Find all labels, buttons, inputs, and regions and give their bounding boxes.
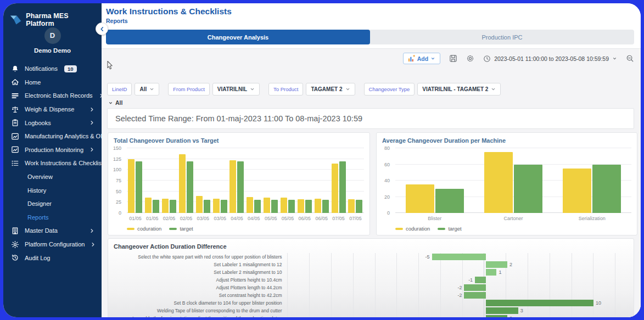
chevron-down <box>491 87 496 92</box>
y-axis: 020406080 <box>377 148 392 213</box>
home-icon <box>11 78 19 86</box>
legend-label: target <box>448 226 461 232</box>
bell-icon <box>11 65 19 73</box>
user-name: Demo Demo <box>3 47 102 54</box>
bar-group: 02/05 <box>179 148 193 213</box>
hbar-row: Adjust Plotters length to 44.2cm-2 <box>113 284 626 291</box>
bar-target <box>136 161 142 213</box>
bar-target <box>221 200 227 213</box>
hbar <box>464 292 485 299</box>
sidebar-item-work-instructions-checklists[interactable]: Work Instructions & Checklists <box>3 156 102 170</box>
save-button[interactable] <box>449 54 457 63</box>
sidebar-item-history[interactable]: History <box>3 183 102 197</box>
bar-coduration <box>563 169 591 213</box>
filter-changeover-type: Changeover TypeVIATRILNIL - TAGAMET 2 <box>364 83 501 96</box>
sidebar-subitem-label: History <box>27 187 46 194</box>
sidebar-item-reports[interactable]: Reports <box>3 211 102 224</box>
chevron-down <box>149 87 154 92</box>
bar-group: 06/05 <box>315 148 329 213</box>
sidebar-item-production-monitoring[interactable]: Production Monitoring <box>3 143 102 157</box>
chevron-down <box>345 87 350 92</box>
y-tick-label: 20 <box>384 194 390 200</box>
sidebar-item-platform-configuration[interactable]: Platform Configuration <box>3 238 102 251</box>
value-label: 2 <box>509 262 512 267</box>
filter-selected-value: VIATRILNIL - TAGAMET 2 <box>422 86 488 92</box>
zoom-out-button[interactable] <box>626 54 634 63</box>
bar-coduration <box>406 184 434 213</box>
hbar-track: -2 <box>287 284 626 291</box>
filters-collapse-toggle[interactable]: All <box>108 99 122 106</box>
legend-item-target[interactable]: target <box>169 226 193 232</box>
bar-coduration <box>332 164 338 213</box>
sidebar-item-notifications[interactable]: Notifications10 <box>3 62 102 76</box>
sidebar-item-home[interactable]: Home <box>3 76 102 89</box>
plot-area: 01/0501/0502/0502/0503/0503/0504/0504/05… <box>127 148 364 213</box>
action-label: Assemble the forming station, adjust the… <box>113 316 287 317</box>
avatar[interactable]: D <box>44 27 61 44</box>
filter-value-lineid[interactable]: All <box>135 83 159 96</box>
date-range-picker[interactable]: 2023-05-01 11:00:00 to 2023-05-08 10:59:… <box>483 55 617 63</box>
sidebar-item-manufacturing-analytics-oee[interactable]: Manufacturing Analytics & OEE <box>3 130 102 143</box>
tab-changeover-analysis[interactable]: Changeover Analysis <box>106 30 370 44</box>
sidebar-item-audit-log[interactable]: Audit Log <box>3 251 102 265</box>
add-button[interactable]: Add <box>403 53 440 64</box>
sidebar: Pharma MES Platform D Demo Demo Notifica… <box>3 3 102 317</box>
sidebar-item-electronic-batch-records[interactable]: Electronic Batch Records <box>3 89 102 103</box>
filter-value-from-product[interactable]: VIATRILNIL <box>212 83 260 96</box>
time-range-text: Selected Time Range: From 01-maj-2023 11… <box>108 114 362 123</box>
filter-value-to-product[interactable]: TAGAMET 2 <box>306 83 355 96</box>
sidebar-item-overview[interactable]: Overview <box>3 170 102 184</box>
value-label: 1 <box>499 270 501 275</box>
hbar <box>486 261 507 268</box>
sidebar-item-designer[interactable]: Designer <box>3 197 102 211</box>
y-tick-label: 125 <box>113 156 121 162</box>
hbar <box>486 315 507 317</box>
sidebar-item-label: Logbooks <box>25 120 51 126</box>
chevron-left-icon <box>99 26 105 32</box>
filter-label-changeover-type: Changeover Type <box>364 83 415 96</box>
chevron-down-icon <box>612 56 617 61</box>
legend-item-coduration[interactable]: coduration <box>395 226 430 232</box>
sidebar-item-weigh-dispense[interactable]: Weigh & Dispense <box>3 103 102 116</box>
bar-target <box>187 161 193 213</box>
chevron-down <box>250 87 255 92</box>
filter-value-changeover-type[interactable]: VIATRILNIL - TAGAMET 2 <box>417 83 501 96</box>
chevron-down-icon <box>108 100 113 105</box>
x-tick-label: 01/05 <box>129 216 142 221</box>
legend-item-target[interactable]: target <box>438 226 461 232</box>
bar-groups: 01/0501/0502/0502/0503/0503/0504/0504/05… <box>127 148 364 213</box>
value-label: -2 <box>457 285 462 290</box>
chart-title: Total Changeover Duration vs Target <box>108 133 369 144</box>
hbar-track: -1 <box>287 277 626 283</box>
bar-target <box>435 189 464 213</box>
action-label: Set B clock diameter to 104 for upper bl… <box>113 300 287 306</box>
bar-coduration <box>264 198 270 213</box>
x-tick-label: Cartoner <box>503 216 523 221</box>
chevron-down-icon <box>430 56 435 61</box>
value-label: 10 <box>596 300 601 306</box>
content: Work Instructions & Checklists Reports C… <box>102 3 641 317</box>
page-header: Work Instructions & Checklists Reports <box>106 7 232 24</box>
legend-item-coduration[interactable]: coduration <box>127 226 161 232</box>
x-tick-label: 03/05 <box>197 216 210 221</box>
tab-production-ipc[interactable]: Production IPC <box>370 30 634 44</box>
hbar <box>486 300 593 306</box>
y-axis: 0255075100125150 <box>108 148 124 213</box>
sidebar-collapse-button[interactable] <box>96 23 108 35</box>
bar-target <box>237 161 244 213</box>
chevron-right <box>89 147 95 153</box>
gear-icon <box>11 240 19 249</box>
y-tick-label: 60 <box>384 162 390 167</box>
sidebar-item-master-data[interactable]: Master Data <box>3 224 102 238</box>
x-tick-label: 02/05 <box>163 216 176 221</box>
bar-groups: BlisterCartonerSerialization <box>395 148 631 213</box>
settings-button[interactable] <box>466 54 474 63</box>
chevron-right-icon <box>89 228 95 234</box>
bar-coduration <box>247 197 253 213</box>
user-block: D Demo Demo <box>3 27 102 54</box>
app-window: Pharma MES Platform D Demo Demo Notifica… <box>3 3 641 317</box>
add-chart-icon <box>408 55 415 62</box>
sidebar-item-logbooks[interactable]: Logbooks <box>3 116 102 130</box>
filter-lineid: LineIDAll <box>107 83 159 96</box>
chevron-right <box>89 120 95 126</box>
